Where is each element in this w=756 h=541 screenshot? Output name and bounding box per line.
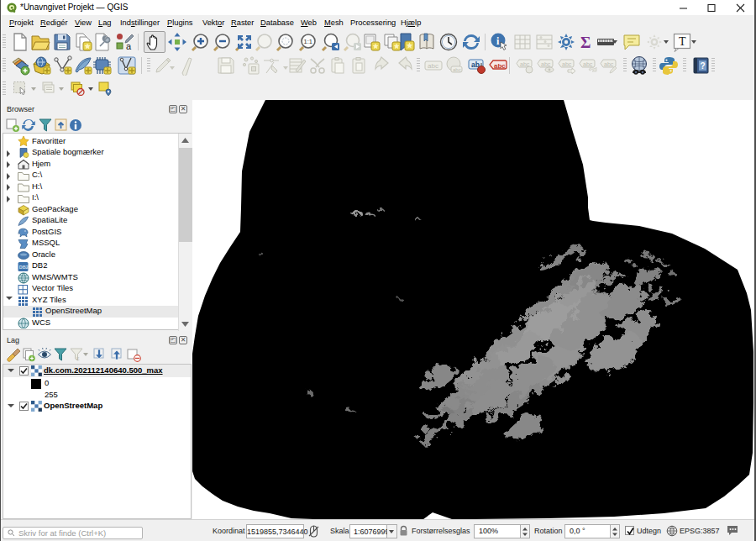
svg-text:T: T [679,35,686,48]
svg-text:abc: abc [604,61,614,67]
svg-text:DB2: DB2 [19,265,29,270]
svg-text:1:1: 1:1 [304,38,312,45]
svg-text:abc: abc [541,61,551,67]
svg-text:a: a [126,41,132,51]
svg-text:abc: abc [428,62,438,70]
svg-text:?: ? [701,61,706,71]
svg-text:abc: abc [453,67,461,72]
svg-text:ε: ε [76,355,80,362]
svg-text:abc: abc [562,61,572,67]
svg-text:abc: abc [520,61,530,67]
svg-text:Σ: Σ [580,34,591,51]
svg-text:abc: abc [494,62,506,70]
svg-text:abc: abc [583,61,593,67]
